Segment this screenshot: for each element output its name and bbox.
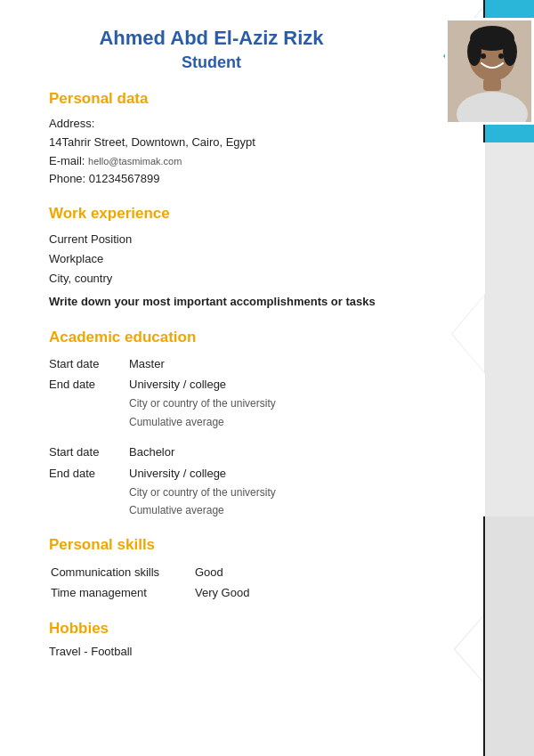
personal-data-section: Address: 14Tahrir Street, Downtown, Cair… [49, 115, 427, 189]
start-date-label-2: Start date [49, 442, 129, 462]
city-1: City or country of the university [129, 394, 427, 412]
edu-details-2: Bachelor University / college City or co… [129, 442, 427, 520]
deco-gray-mid [485, 142, 534, 516]
degree-2: Bachelor [129, 442, 427, 462]
edu-dates-2: Start date End date [49, 442, 129, 520]
email-value: hello@tasmimak.com [88, 156, 182, 167]
work-workplace: Workplace [49, 249, 427, 269]
skill-name-2: Time management [51, 583, 193, 602]
hobbies-value: Travel - Football [49, 645, 427, 658]
personal-skills-heading: Personal skills [49, 536, 427, 554]
deco-arrow-bottom-inner [455, 615, 484, 683]
work-section: Current Position Workplace City, country… [49, 230, 427, 312]
education-entry-2: Start date End date Bachelor University … [49, 442, 427, 520]
svg-point-4 [503, 37, 517, 66]
svg-point-3 [467, 37, 481, 66]
skills-table: Communication skills Good Time managemen… [49, 561, 427, 604]
deco-gray-bottom [485, 516, 534, 756]
skill-level-2: Very Good [195, 583, 425, 602]
resume-page: Ahmed Abd El-Aziz Rizk Student Personal … [0, 0, 534, 756]
skill-row-2: Time management Very Good [51, 583, 425, 602]
skill-row-1: Communication skills Good [51, 563, 425, 581]
city-2: City or country of the university [129, 484, 427, 501]
skill-level-1: Good [195, 563, 425, 581]
avatar-svg [448, 20, 534, 125]
edu-details-1: Master University / college City or coun… [129, 354, 427, 432]
phone-value: 01234567899 [89, 172, 160, 185]
deco-gray-arrow-mid-inner [452, 296, 484, 372]
academic-education-heading: Academic education [49, 329, 427, 346]
edu-dates-1: Start date End date [49, 354, 129, 432]
work-description: Write down your most important accomplis… [49, 292, 427, 312]
email-row: E-mail: hello@tasmimak.com [49, 152, 427, 171]
photo-container [418, 18, 534, 151]
header-section: Ahmed Abd El-Aziz Rizk Student [49, 27, 427, 72]
profile-photo [445, 18, 534, 125]
address-value: 14Tahrir Street, Downtown, Cairo, Egypt [49, 134, 427, 152]
candidate-name: Ahmed Abd El-Aziz Rizk [49, 27, 374, 50]
svg-point-8 [498, 53, 504, 59]
skill-name-1: Communication skills [51, 563, 193, 581]
end-date-label-1: End date [49, 374, 129, 394]
svg-point-7 [481, 53, 486, 59]
work-city: City, country [49, 269, 427, 289]
start-date-label-1: Start date [49, 354, 129, 374]
work-position: Current Position [49, 230, 427, 249]
gpa-2: Cumulative average [129, 501, 427, 519]
address-label: Address: [49, 115, 427, 134]
candidate-title: Student [49, 53, 374, 72]
phone-row: Phone: 01234567899 [49, 170, 427, 189]
degree-1: Master [129, 354, 427, 374]
deco-line-mid [483, 516, 485, 756]
hobbies-heading: Hobbies [49, 620, 427, 638]
university-2: University / college [129, 463, 427, 484]
education-entry-1: Start date End date Master University / … [49, 354, 427, 432]
university-1: University / college [129, 374, 427, 394]
end-date-label-2: End date [49, 463, 129, 484]
gpa-1: Cumulative average [129, 413, 427, 431]
svg-rect-5 [483, 78, 501, 91]
phone-label: Phone: [49, 172, 85, 185]
email-label: E-mail: [49, 154, 85, 167]
personal-data-heading: Personal data [49, 90, 427, 108]
work-experience-heading: Work experience [49, 205, 427, 223]
